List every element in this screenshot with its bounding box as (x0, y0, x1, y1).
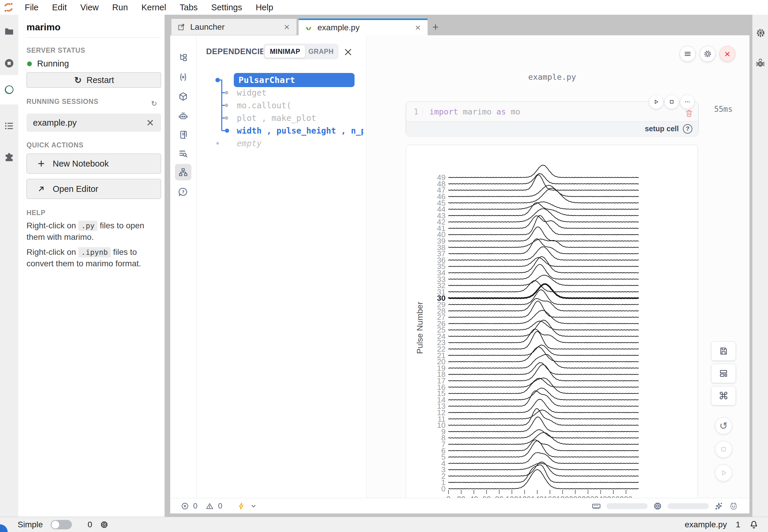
notebook-menu-button[interactable] (680, 46, 696, 62)
extension-manager-icon[interactable] (1, 149, 17, 166)
refresh-sessions-icon[interactable]: ↻ (151, 99, 157, 108)
dependency-item-pulsarchart[interactable]: PulsarChart (234, 73, 355, 87)
menu-bar: FileEditViewRunKernelTabsSettingsHelp (25, 0, 273, 15)
svg-text:140: 140 (531, 495, 543, 498)
svg-text:220: 220 (582, 495, 594, 498)
stop-cell-button[interactable] (664, 94, 679, 109)
pulsar-ridgeline-chart: 0123456789101112131415161718192021222324… (406, 145, 698, 498)
running-sessions-heading: RUNNING SESSIONS (26, 98, 98, 106)
undo-button[interactable]: ↺ (715, 417, 732, 434)
save-icon (719, 346, 728, 356)
cell-explorer-icon[interactable] (175, 49, 191, 66)
assistant-face-icon[interactable] (729, 501, 738, 511)
open-editor-button[interactable]: Open Editor (26, 179, 161, 199)
cell-footer: setup cell ? (406, 121, 698, 136)
tab-launcher[interactable]: Launcher (171, 19, 297, 35)
dependency-item-4[interactable]: width , pulse_height , n_poi (237, 124, 363, 137)
dependency-tree-lines (197, 35, 238, 159)
command-icon: ⌘ (719, 390, 729, 402)
play-icon (719, 468, 728, 477)
dependencies-panel: DEPENDENCIES MINIMAP GRAPH PulsarChartwi… (197, 35, 367, 498)
logs-icon[interactable] (175, 127, 191, 143)
table-of-contents-icon[interactable] (1, 118, 17, 134)
running-terminals-icon[interactable] (1, 55, 17, 72)
chevron-down-icon[interactable] (250, 502, 258, 510)
setup-cell-help-icon[interactable]: ? (683, 124, 692, 134)
new-notebook-button[interactable]: New Notebook (26, 154, 161, 174)
variables-icon[interactable] (175, 69, 191, 85)
panel-body: ? DEPENDENCIES MINIMAP GRAPH PulsarChart… (170, 35, 749, 498)
menu-item-file[interactable]: File (25, 3, 39, 12)
scratchpad-icon[interactable] (175, 145, 191, 162)
minimap-toggle[interactable]: MINIMAP (265, 45, 305, 58)
gear-icon (703, 49, 712, 58)
svg-text:40: 40 (470, 495, 478, 498)
session-item[interactable]: example.py (26, 114, 161, 132)
debugger-icon[interactable] (753, 56, 767, 70)
line-number: 1 (406, 107, 423, 116)
menubar: FileEditViewRunKernelTabsSettingsHelp (0, 0, 768, 15)
restart-icon: ↻ (74, 75, 82, 85)
keyboard-shortcuts-button[interactable]: ⌘ (711, 386, 736, 405)
ai-sparkle-icon[interactable] (714, 501, 724, 511)
tab-close-icon[interactable] (414, 24, 422, 31)
menu-item-settings[interactable]: Settings (211, 3, 242, 12)
run-all-button[interactable] (715, 464, 732, 481)
dependency-item-2[interactable]: mo.callout( (237, 99, 363, 112)
close-icon: × (724, 49, 730, 59)
cell-timing: 55ms (714, 105, 733, 114)
menu-item-help[interactable]: Help (256, 3, 273, 12)
dependency-item-5[interactable]: empty (237, 137, 363, 150)
menu-item-view[interactable]: View (80, 3, 99, 12)
ai-chat-icon[interactable] (175, 108, 191, 124)
dependency-item-3[interactable]: plot , make_plot (237, 112, 363, 124)
svg-text:120: 120 (518, 495, 531, 498)
cpu-usage-meter (668, 503, 709, 509)
run-cell-button[interactable] (649, 94, 664, 109)
svg-text:20: 20 (457, 495, 465, 498)
py-extension-chip: .py (78, 221, 97, 231)
documentation-icon[interactable]: ? (175, 184, 191, 200)
new-tab-button[interactable] (429, 19, 442, 35)
cpu-status-icon[interactable] (100, 520, 109, 529)
kernel-count: 0 (88, 520, 92, 529)
code-line[interactable]: import marimo as mo (423, 107, 520, 116)
marimo-icon[interactable] (1, 82, 17, 98)
property-inspector-icon[interactable] (753, 26, 767, 40)
menu-item-run[interactable]: Run (112, 3, 128, 12)
dependencies-icon[interactable] (175, 164, 191, 180)
setup-cell-label: setup cell (645, 124, 679, 133)
interrupt-button[interactable] (715, 441, 732, 458)
lightning-icon[interactable] (237, 502, 245, 510)
notebook-shutdown-button[interactable]: × (719, 46, 735, 62)
quick-actions-heading: QUICK ACTIONS (26, 141, 84, 149)
launcher-icon (177, 23, 185, 31)
dependency-item-1[interactable]: widget (237, 86, 363, 99)
layout-button[interactable] (711, 364, 736, 383)
packages-icon[interactable] (175, 88, 191, 105)
save-button[interactable] (711, 341, 736, 361)
graph-toggle[interactable]: GRAPH (305, 45, 337, 58)
notebook-status-bar: 0 0 (170, 498, 749, 513)
menu-item-edit[interactable]: Edit (52, 3, 67, 12)
file-browser-icon[interactable] (1, 23, 17, 40)
stop-icon (668, 98, 676, 106)
notebook-settings-button[interactable] (700, 46, 716, 62)
cell-more-button[interactable] (680, 94, 695, 109)
simple-mode-toggle[interactable] (51, 520, 72, 529)
ellipsis-icon (684, 98, 691, 106)
menu-item-kernel[interactable]: Kernel (141, 3, 166, 12)
delete-cell-icon[interactable] (685, 109, 694, 118)
bell-icon[interactable] (749, 520, 759, 529)
session-close-icon[interactable] (146, 118, 154, 127)
tab-close-icon[interactable] (283, 23, 291, 31)
active-file-label[interactable]: example.py (685, 520, 727, 529)
menu-item-tabs[interactable]: Tabs (179, 3, 198, 12)
restart-button[interactable]: ↻ Restart (26, 72, 161, 88)
divider (26, 37, 160, 38)
session-name: example.py (33, 118, 76, 128)
tab-example-py[interactable]: example.py (299, 19, 428, 35)
close-panel-icon[interactable] (343, 47, 353, 57)
plus-icon (37, 159, 46, 168)
statusbar-left: Simple 0 (18, 517, 109, 532)
